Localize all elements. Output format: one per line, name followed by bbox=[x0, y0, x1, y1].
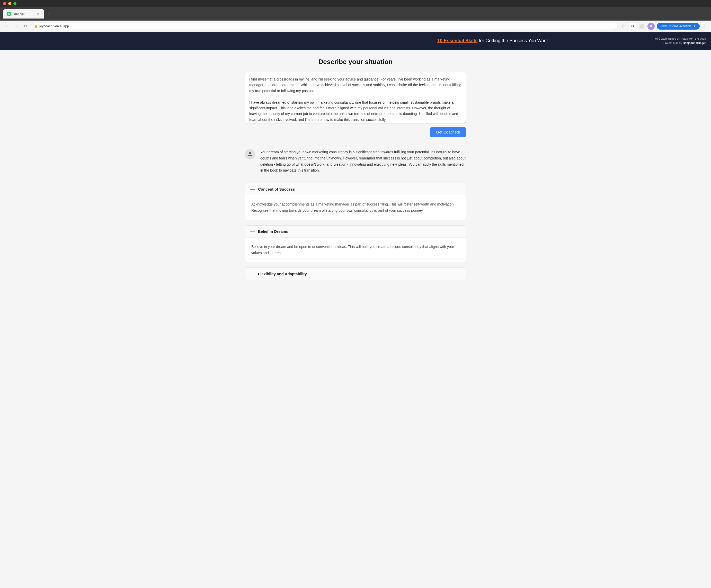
situation-textarea[interactable] bbox=[245, 72, 466, 124]
page-header: 10 Essential Skills for Getting the Succ… bbox=[0, 32, 711, 50]
profile-avatar[interactable]: K bbox=[647, 23, 655, 30]
coach-avatar bbox=[245, 149, 255, 159]
minimize-window-btn[interactable] bbox=[8, 2, 11, 5]
skill-card-header-0: — Concept of Success bbox=[245, 183, 466, 195]
coach-response-text: Your dream of starting your own marketin… bbox=[260, 149, 466, 174]
extensions-icon[interactable]: ⬜ bbox=[638, 23, 645, 30]
forward-button[interactable]: → bbox=[12, 23, 20, 30]
window-chrome bbox=[0, 0, 711, 7]
new-tab-btn[interactable]: + bbox=[45, 10, 52, 18]
project-label: Project built by bbox=[663, 41, 683, 44]
author-name: Benjamin Klieger bbox=[683, 41, 706, 44]
address-text: joycoach.vercel.app bbox=[39, 24, 69, 28]
tab-close-icon[interactable]: ✕ bbox=[36, 12, 40, 16]
skill-card-concept-of-success: — Concept of Success Acknowledge your ac… bbox=[245, 183, 466, 220]
bookmark-icon[interactable]: ☆ bbox=[620, 23, 627, 30]
google-icon[interactable]: G bbox=[629, 23, 636, 30]
collapse-icon-2[interactable]: — bbox=[250, 271, 255, 276]
navigation-bar: ← → ↻ 🔒 joycoach.vercel.app ☆ G ⬜ K New … bbox=[0, 21, 711, 32]
page-title: Describe your situation bbox=[245, 58, 466, 66]
skill-body-1: Believe in your dream and be open to unc… bbox=[245, 238, 466, 262]
ai-coach-label: AI Coach trained on notes from the book bbox=[655, 37, 706, 40]
skill-body-text-0: Acknowledge your accomplishments as a ma… bbox=[251, 201, 460, 214]
skill-title-1: Belief in Dreams bbox=[258, 229, 288, 234]
maximize-window-btn[interactable] bbox=[14, 2, 17, 5]
get-coached-button[interactable]: Get Coached! bbox=[430, 127, 466, 137]
skill-body-text-1: Believe in your dream and be open to unc… bbox=[251, 244, 460, 256]
skill-cards-container: — Concept of Success Acknowledge your ac… bbox=[245, 183, 466, 280]
chrome-update-label: New Chrome available bbox=[660, 24, 691, 28]
header-title-suffix: for Getting the Success You Want bbox=[477, 38, 548, 43]
skill-title-2: Flexibility and Adaptability bbox=[258, 271, 307, 276]
tab-favicon: N bbox=[7, 12, 11, 16]
reload-button[interactable]: ↻ bbox=[22, 23, 29, 30]
back-button[interactable]: ← bbox=[3, 23, 10, 30]
chrome-update-button[interactable]: New Chrome available ▼ bbox=[657, 23, 700, 29]
tab-title: Nuxt App bbox=[13, 12, 25, 16]
main-content: Describe your situation Get Coached! You… bbox=[240, 50, 471, 288]
skill-card-belief-in-dreams: — Belief in Dreams Believe in your dream… bbox=[245, 225, 466, 263]
skill-card-flexibility-and-adaptability: — Flexibility and Adaptability bbox=[245, 267, 466, 280]
skill-title-0: Concept of Success bbox=[258, 187, 295, 191]
skill-card-header-1: — Belief in Dreams bbox=[245, 225, 466, 238]
close-window-btn[interactable] bbox=[3, 2, 6, 5]
address-bar[interactable]: 🔒 joycoach.vercel.app bbox=[31, 23, 618, 30]
coach-response-container: Your dream of starting your own marketin… bbox=[245, 145, 466, 178]
collapse-icon-1[interactable]: — bbox=[250, 229, 255, 234]
header-title-underline: 10 Essential Skills bbox=[437, 38, 477, 43]
nav-right-controls: ☆ G ⬜ K New Chrome available ▼ ⋮ bbox=[620, 23, 708, 30]
active-tab[interactable]: N Nuxt App ✕ bbox=[3, 9, 44, 19]
skill-card-header-2: — Flexibility and Adaptability bbox=[245, 268, 466, 280]
tabs-container: N Nuxt App ✕ + bbox=[3, 7, 708, 21]
svg-point-0 bbox=[249, 152, 251, 154]
header-right-info: AI Coach trained on notes from the book … bbox=[655, 37, 706, 45]
header-title: 10 Essential Skills for Getting the Succ… bbox=[330, 38, 655, 43]
chevron-down-icon: ▼ bbox=[693, 24, 696, 28]
skill-body-0: Acknowledge your accomplishments as a ma… bbox=[245, 195, 466, 220]
browser-tab-bar: N Nuxt App ✕ + bbox=[0, 7, 711, 21]
lock-icon: 🔒 bbox=[34, 24, 38, 28]
browser-menu-icon[interactable]: ⋮ bbox=[702, 23, 708, 29]
collapse-icon-0[interactable]: — bbox=[250, 187, 255, 191]
